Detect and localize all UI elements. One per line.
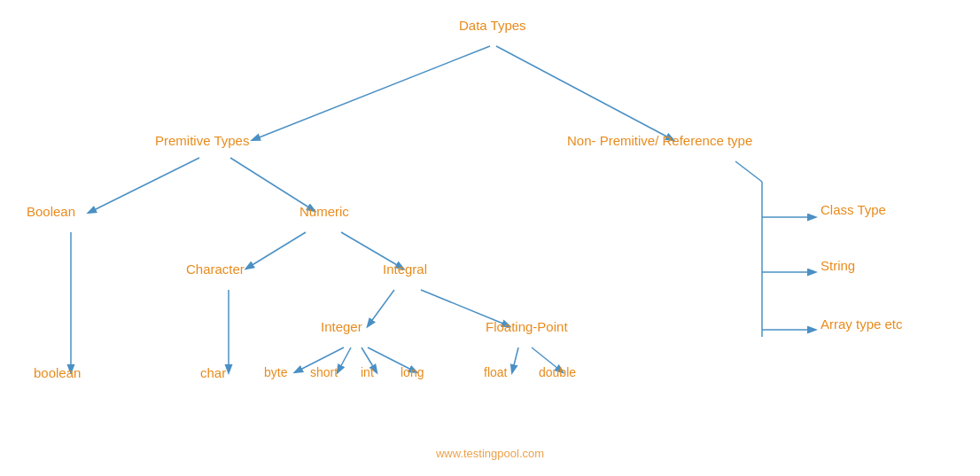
svg-line-8: [368, 290, 394, 326]
svg-line-20: [735, 161, 762, 182]
svg-line-11: [338, 347, 351, 372]
node-char: char: [200, 365, 226, 380]
node-numeric: Numeric: [299, 204, 349, 219]
node-integer: Integer: [321, 319, 362, 334]
svg-line-14: [512, 347, 518, 372]
node-non-primitive: Non- Premitive/ Reference type: [567, 133, 752, 148]
svg-line-0: [253, 46, 490, 140]
watermark: www.testingpool.com: [436, 447, 544, 460]
node-boolean-val: boolean: [34, 365, 81, 380]
node-primitive-types: Premitive Types: [155, 133, 249, 148]
node-int: int: [361, 365, 374, 379]
node-byte: byte: [264, 365, 287, 379]
svg-line-3: [230, 158, 315, 211]
node-character: Character: [186, 261, 245, 277]
node-floating-point: Floating-Point: [486, 319, 568, 334]
node-float: float: [484, 365, 507, 379]
svg-line-2: [89, 158, 199, 213]
node-array-type: Array type etc: [821, 316, 903, 332]
svg-line-1: [496, 46, 673, 140]
node-short: short: [310, 365, 338, 379]
node-data-types: Data Types: [459, 18, 526, 33]
node-long: long: [401, 365, 424, 379]
node-integral: Integral: [383, 261, 427, 277]
node-class-type: Class Type: [821, 202, 886, 217]
diagram-svg: [0, 0, 980, 476]
node-string: String: [821, 258, 855, 273]
node-boolean: Boolean: [27, 204, 75, 219]
node-double: double: [539, 365, 576, 379]
svg-line-5: [246, 232, 306, 269]
